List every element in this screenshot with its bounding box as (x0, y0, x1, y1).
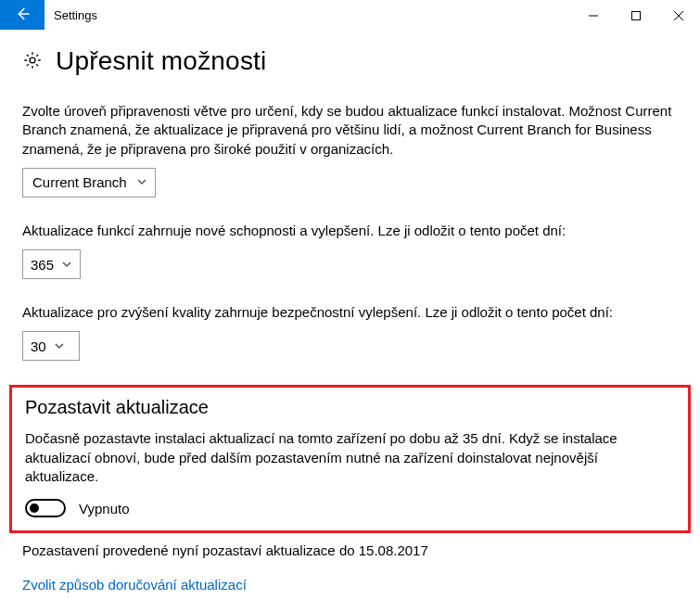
page-header: Upřesnit možnosti (22, 46, 678, 76)
close-icon (674, 7, 683, 23)
pause-heading: Pozastavit aktualizace (25, 397, 675, 418)
back-button[interactable] (0, 0, 45, 30)
branch-select[interactable]: Current Branch (22, 168, 156, 198)
chevron-down-icon (136, 174, 147, 190)
feature-defer-description: Aktualizace funkcí zahrnuje nové schopno… (22, 222, 678, 240)
pause-footnote: Pozastavení provedené nyní pozastaví akt… (22, 542, 678, 558)
pause-toggle-label: Vypnuto (79, 501, 130, 516)
delivery-optimization-link[interactable]: Zvolit způsob doručování aktualizací (22, 577, 247, 593)
pause-description: Dočasně pozastavte instalaci aktualizací… (25, 429, 675, 486)
feature-defer-value: 365 (31, 257, 54, 273)
minimize-button[interactable] (572, 0, 615, 30)
quality-defer-select[interactable]: 30 (22, 331, 80, 361)
quality-defer-description: Aktualizace pro zvýšení kvality zahrnuje… (22, 303, 678, 322)
minimize-icon (589, 7, 598, 23)
window-title: Settings (45, 0, 97, 30)
branch-description: Zvolte úroveň připravenosti větve pro ur… (22, 102, 678, 159)
pause-toggle[interactable] (25, 499, 66, 517)
maximize-icon (631, 7, 641, 23)
branch-select-value: Current Branch (32, 174, 127, 190)
gear-icon (22, 50, 43, 73)
pause-toggle-row: Vypnuto (25, 499, 675, 517)
window-controls (572, 0, 700, 30)
chevron-down-icon (54, 338, 65, 354)
titlebar-spacer (97, 0, 572, 30)
content-area: Upřesnit možnosti Zvolte úroveň připrave… (0, 30, 700, 593)
pause-updates-highlight: Pozastavit aktualizace Dočasně pozastavt… (9, 385, 691, 533)
arrow-left-icon (14, 6, 31, 25)
titlebar: Settings (0, 0, 700, 30)
maximize-button[interactable] (615, 0, 657, 30)
svg-point-1 (30, 57, 35, 63)
close-button[interactable] (657, 0, 700, 30)
chevron-down-icon (61, 257, 72, 273)
page-title: Upřesnit možnosti (56, 46, 266, 76)
toggle-knob (30, 503, 39, 513)
feature-defer-select[interactable]: 365 (22, 249, 81, 279)
quality-defer-value: 30 (31, 338, 46, 354)
svg-rect-0 (632, 11, 641, 19)
